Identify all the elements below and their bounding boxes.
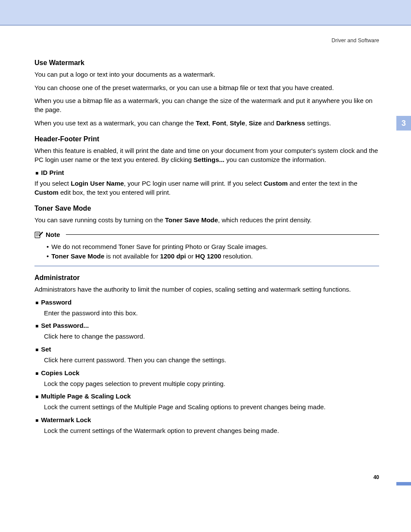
svg-rect-0 <box>35 232 40 238</box>
sub-item-watermark-lock: ■ Watermark Lock <box>34 416 379 425</box>
page-content: Driver and Software 3 Use Watermark You … <box>0 25 411 492</box>
running-head: Driver and Software <box>34 37 379 44</box>
sub-item-password: ■ Password <box>34 299 379 307</box>
body-text: You can save running costs by turning on… <box>34 216 379 225</box>
sub-item-copies-lock: ■ Copies Lock <box>34 369 379 378</box>
note-header: Note <box>34 231 379 239</box>
heading-toner-save: Toner Save Mode <box>34 205 379 212</box>
sub-item-body: Click here to change the password. <box>44 332 379 341</box>
square-bullet-icon: ■ <box>34 322 38 330</box>
sub-item-id-print: ■ ID Print <box>34 169 379 177</box>
sub-item-title: Password <box>41 299 72 306</box>
sub-item-title: Set <box>41 345 51 353</box>
sub-item-body: Enter the password into this box. <box>44 309 379 318</box>
heading-use-watermark: Use Watermark <box>34 59 379 67</box>
sub-item-title: Set Password... <box>41 322 89 329</box>
page-number: 40 <box>374 474 379 480</box>
bullet-icon: • <box>47 242 49 252</box>
note-item: • We do not recommend Toner Save for pri… <box>47 242 379 252</box>
body-text: When you use a bitmap file as a watermar… <box>34 96 379 114</box>
square-bullet-icon: ■ <box>34 392 38 401</box>
note-list: • We do not recommend Toner Save for pri… <box>47 242 379 261</box>
sub-item-body: Lock the current settings of the Multipl… <box>44 403 379 412</box>
note-end-rule <box>34 266 379 266</box>
heading-header-footer: Header-Footer Print <box>34 135 379 143</box>
body-text: When you use text as a watermark, you ca… <box>34 119 379 128</box>
square-bullet-icon: ■ <box>34 345 38 354</box>
page-number-bar <box>396 482 411 485</box>
sub-item-title: Multiple Page & Scaling Lock <box>41 392 131 400</box>
header-band <box>0 0 411 25</box>
body-text: You can put a logo or text into your doc… <box>34 70 379 79</box>
body-text: Administrators have the authority to lim… <box>34 285 379 294</box>
note-label: Note <box>46 231 60 238</box>
square-bullet-icon: ■ <box>34 299 38 307</box>
note-block: Note • We do not recommend Toner Save fo… <box>34 231 379 266</box>
body-text: When this feature is enabled, it will pr… <box>34 146 379 164</box>
sub-item-body: Lock the copy pages selection to prevent… <box>44 380 379 389</box>
note-pencil-icon <box>34 231 44 239</box>
bullet-icon: • <box>47 252 49 261</box>
sub-item-title: Watermark Lock <box>41 416 91 423</box>
chapter-tab: 3 <box>396 116 411 131</box>
sub-item-title: ID Print <box>41 169 64 176</box>
square-bullet-icon: ■ <box>34 369 38 378</box>
body-text: If you select Login User Name, your PC l… <box>34 179 379 197</box>
note-rule <box>66 234 379 235</box>
sub-item-title: Copies Lock <box>41 369 79 376</box>
sub-item-body: Click here current password. Then you ca… <box>44 356 379 365</box>
sub-item-body: Lock the current settings of the Waterma… <box>44 426 379 436</box>
note-item: • Toner Save Mode is not available for 1… <box>47 252 379 261</box>
sub-item-set: ■ Set <box>34 345 379 354</box>
heading-administrator: Administrator <box>34 274 379 282</box>
sub-item-set-password: ■ Set Password... <box>34 322 379 330</box>
square-bullet-icon: ■ <box>34 416 38 425</box>
square-bullet-icon: ■ <box>34 169 38 177</box>
sub-item-multiple-page-scaling-lock: ■ Multiple Page & Scaling Lock <box>34 392 379 401</box>
body-text: You can choose one of the preset waterma… <box>34 84 379 93</box>
